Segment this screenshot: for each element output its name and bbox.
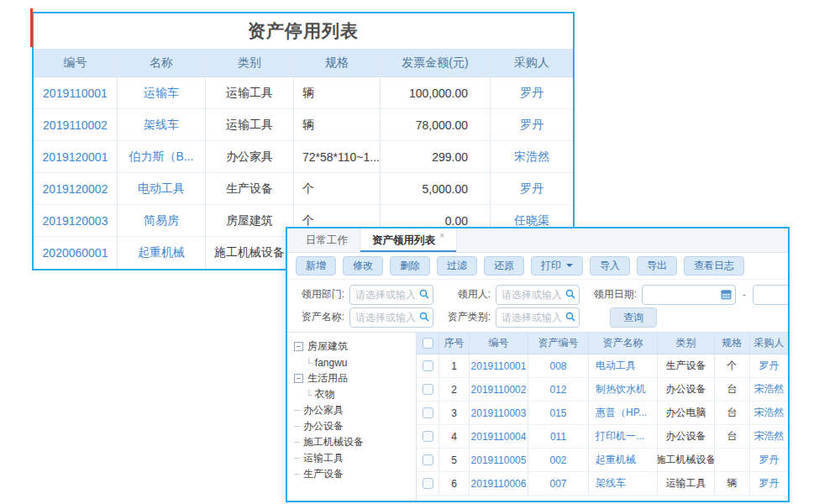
- tree-item[interactable]: 办公设备: [294, 418, 416, 434]
- grid-cell: 运输工具: [658, 472, 715, 496]
- stop-cell-link[interactable]: 罗丹: [491, 109, 573, 141]
- grid-cell-link[interactable]: 2019110002: [470, 378, 528, 402]
- search-icon[interactable]: [565, 289, 575, 299]
- table-row: 2019120001伯力斯（B...办公家具72*58*110~1...299.…: [34, 141, 573, 173]
- use-date-end-input[interactable]: [753, 285, 790, 305]
- table-row: 2019110002架线车运输工具辆78,000.00罗丹: [34, 109, 573, 141]
- stop-cell: 运输工具: [206, 109, 294, 141]
- stop-cell: 个: [294, 173, 381, 205]
- grid-column-header: 序号: [439, 333, 470, 354]
- grid-cell-link[interactable]: 宋浩然: [750, 402, 788, 425]
- grid-cell-link[interactable]: 起重机械: [589, 449, 658, 472]
- grid-cell-link[interactable]: 2019110004: [470, 425, 528, 449]
- stop-cell-link[interactable]: 2019110002: [34, 109, 118, 141]
- grid-cell-link[interactable]: 罗丹: [750, 354, 788, 378]
- stop-cell-link[interactable]: 运输车: [118, 77, 206, 109]
- stop-cell-link[interactable]: 2019120002: [34, 173, 118, 205]
- table-row: 32019110003015惠普（HP...办公电脑台宋浩然: [417, 402, 788, 425]
- stop-column-header: 编号: [34, 49, 118, 77]
- toolbar-button[interactable]: 导出: [637, 256, 677, 276]
- search-icon[interactable]: [565, 312, 575, 322]
- stop-cell-link[interactable]: 2019110001: [34, 77, 118, 109]
- use-date-end-field-wrap: [753, 285, 790, 305]
- use-date-label: 领用日期:: [580, 287, 637, 302]
- grid-header: 序号编号资产编号资产名称类别规格采购人: [417, 333, 788, 354]
- grid-cell-link[interactable]: 2019110006: [470, 472, 528, 496]
- grid-cell-link[interactable]: 架线车: [589, 472, 658, 496]
- tree-item[interactable]: └衣物: [294, 386, 416, 402]
- tab-daily-work[interactable]: 日常工作: [294, 228, 360, 252]
- filter-area: 领用部门:领用人:领用日期:-资产名称:资产类别:查询: [287, 280, 788, 333]
- grid-cell: 2: [439, 378, 470, 402]
- toolbar-button[interactable]: 还原: [484, 256, 524, 276]
- tree-item[interactable]: 生产设备: [294, 466, 416, 482]
- grid-cell-link[interactable]: 002: [528, 449, 589, 472]
- tree-item[interactable]: −房屋建筑: [294, 339, 416, 354]
- grid-cell-link[interactable]: 惠普（HP...: [589, 402, 658, 425]
- stop-cell-link[interactable]: 2020060001: [34, 237, 118, 269]
- grid-cell-link[interactable]: 007: [528, 472, 589, 496]
- grid-cell-link[interactable]: 罗丹: [750, 472, 788, 496]
- grid-cell-link[interactable]: 罗丹: [750, 449, 788, 472]
- asset-category-label: 资产类别:: [433, 310, 491, 324]
- grid-cell-link[interactable]: 制热饮水机: [589, 378, 658, 402]
- stop-cell-link[interactable]: 罗丹: [491, 173, 573, 205]
- toolbar: 新增修改删除过滤还原打印导入导出查看日志: [287, 253, 788, 280]
- grid-cell: [715, 449, 750, 472]
- print-button[interactable]: 打印: [531, 256, 583, 276]
- grid-cell-link[interactable]: 012: [528, 378, 589, 402]
- row-checkbox[interactable]: [423, 407, 433, 418]
- toolbar-button[interactable]: 删除: [390, 256, 430, 276]
- grid-cell: 台: [715, 402, 750, 425]
- tree-item[interactable]: 施工机械设备: [294, 434, 416, 450]
- grid-cell-link[interactable]: 2019110003: [470, 402, 528, 425]
- stop-cell-link[interactable]: 2019120001: [34, 141, 118, 173]
- grid-cell: 3: [439, 402, 470, 425]
- stop-cell-link[interactable]: 伯力斯（B...: [118, 141, 206, 173]
- toolbar-button[interactable]: 过滤: [437, 256, 477, 276]
- grid-cell: 6: [439, 472, 470, 496]
- tree-item-label: fangwu: [315, 357, 348, 369]
- toolbar-button[interactable]: 导入: [590, 256, 630, 276]
- toolbar-button[interactable]: 查看日志: [684, 256, 744, 276]
- grid-cell-link[interactable]: 宋浩然: [750, 378, 788, 402]
- tree-item[interactable]: 办公家具: [294, 402, 416, 418]
- grid-cell-link[interactable]: 2019110001: [470, 354, 528, 378]
- row-checkbox[interactable]: [423, 431, 433, 442]
- stop-cell-link[interactable]: 起重机械: [118, 237, 206, 269]
- grid-cell-link[interactable]: 015: [528, 402, 589, 425]
- stop-column-header: 类别: [206, 49, 294, 77]
- calendar-icon[interactable]: [721, 289, 732, 300]
- tree-item[interactable]: 运输工具: [294, 450, 416, 466]
- stop-cell: 辆: [294, 109, 381, 141]
- collapse-icon[interactable]: −: [294, 374, 303, 383]
- stop-cell-link[interactable]: 简易房: [118, 205, 206, 237]
- row-checkbox[interactable]: [423, 478, 433, 489]
- grid-cell-link[interactable]: 电动工具: [589, 354, 658, 378]
- tree-item[interactable]: └fangwu: [294, 354, 416, 370]
- grid-cell-link[interactable]: 2019110005: [470, 449, 528, 472]
- stop-cell-link[interactable]: 架线车: [118, 109, 206, 141]
- stop-cell-link[interactable]: 宋浩然: [491, 141, 573, 173]
- stop-cell-link[interactable]: 2019120003: [34, 205, 118, 237]
- tab-asset-use-list[interactable]: 资产领用列表 ×: [360, 228, 457, 252]
- row-checkbox[interactable]: [423, 454, 433, 465]
- tree-item[interactable]: −生活用品: [294, 370, 416, 386]
- stop-column-header: 发票金额(元): [381, 49, 491, 77]
- select-all-checkbox[interactable]: [423, 338, 433, 349]
- toolbar-button[interactable]: 修改: [343, 256, 383, 276]
- query-button[interactable]: 查询: [610, 307, 657, 328]
- grid-cell-link[interactable]: 打印机一...: [589, 425, 658, 449]
- grid-cell-link[interactable]: 008: [528, 354, 589, 378]
- row-checkbox[interactable]: [423, 384, 433, 395]
- collapse-icon[interactable]: −: [294, 342, 303, 351]
- search-icon[interactable]: [419, 312, 429, 322]
- search-icon[interactable]: [419, 289, 429, 299]
- grid-cell-link[interactable]: 宋浩然: [750, 425, 788, 449]
- stop-cell-link[interactable]: 罗丹: [491, 77, 573, 109]
- stop-cell-link[interactable]: 电动工具: [118, 173, 206, 205]
- row-checkbox[interactable]: [423, 360, 433, 371]
- toolbar-button[interactable]: 新增: [296, 256, 336, 276]
- close-icon[interactable]: ×: [439, 230, 444, 240]
- grid-cell-link[interactable]: 011: [528, 425, 589, 449]
